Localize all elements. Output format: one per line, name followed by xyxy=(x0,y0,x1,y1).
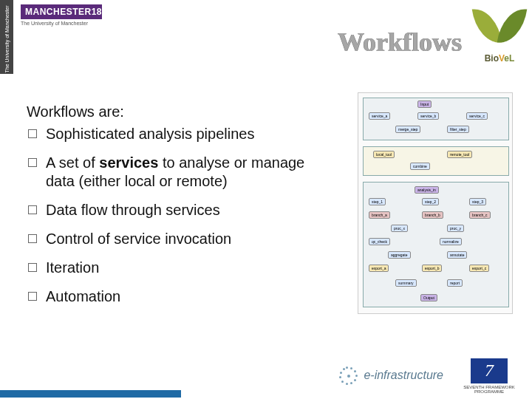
bullet-list: Sophisticated analysis pipelines A set o… xyxy=(27,125,322,306)
workflow-diagram: Input service_a service_b service_c merg… xyxy=(358,92,513,314)
dots-icon xyxy=(338,365,359,386)
manchester-logo: MANCHESTER 1824 The University of Manche… xyxy=(21,4,102,26)
list-item: A set of services to analyse or manage d… xyxy=(27,154,322,191)
fp7-flag-icon: 7 xyxy=(471,358,508,383)
einfrastructure-label: e-infrastructure xyxy=(364,369,443,382)
fp7-logo: 7 SEVENTH FRAMEWORK PROGRAMME xyxy=(460,358,519,395)
slide-title: Workflows xyxy=(338,27,462,58)
fp7-number: 7 xyxy=(485,361,494,381)
content-body: Workflows are: Sophisticated analysis pi… xyxy=(27,103,322,316)
list-item: Automation xyxy=(27,287,322,306)
leaf-icon xyxy=(497,6,528,46)
university-vertical-text: The University of Manchester xyxy=(4,7,10,73)
footer-accent-strip xyxy=(0,390,181,398)
manchester-subtext: The University of Manchester xyxy=(21,21,102,26)
lead-text: Workflows are: xyxy=(27,103,322,120)
list-item: Iteration xyxy=(27,259,322,277)
university-vertical-strip: The University of Manchester xyxy=(0,0,13,74)
einfrastructure-logo: e-infrastructure xyxy=(338,365,443,386)
manchester-year: 1824 xyxy=(92,7,113,17)
biovel-part1: Bio xyxy=(485,53,499,64)
biovel-part3: eL xyxy=(504,53,514,64)
list-item: Data flow through services xyxy=(27,201,322,219)
fp7-caption: SEVENTH FRAMEWORK PROGRAMME xyxy=(460,385,519,395)
manchester-name: MANCHESTER xyxy=(25,7,92,17)
footer: e-infrastructure 7 SEVENTH FRAMEWORK PRO… xyxy=(0,355,532,399)
list-item: Control of service invocation xyxy=(27,230,322,248)
list-item: Sophisticated analysis pipelines xyxy=(27,125,322,143)
biovel-logo: BioVeL xyxy=(474,6,525,64)
